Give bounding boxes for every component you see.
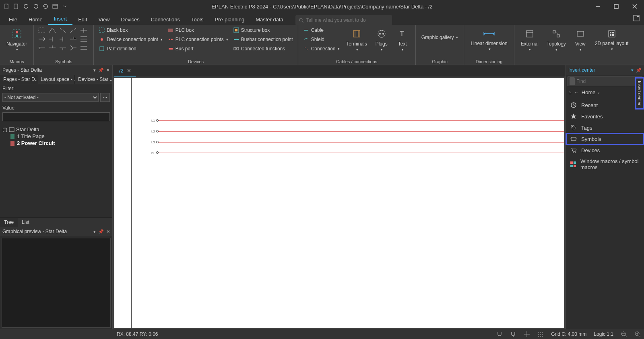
ic-pin-icon[interactable]: 📌	[636, 68, 642, 73]
symbol-btn[interactable]	[59, 27, 66, 34]
symbol-btn[interactable]	[59, 44, 66, 52]
view-button[interactable]: View▾	[572, 27, 589, 52]
insert-center-item-favorites[interactable]: Favorites	[566, 111, 644, 122]
symbol-btn[interactable]	[69, 44, 76, 52]
text-button[interactable]: TText▾	[394, 27, 411, 52]
symbol-btn[interactable]	[80, 27, 87, 34]
tree-node-power-circuit[interactable]: 2 Power Circuit	[2, 140, 110, 147]
insert-center-item-devices[interactable]: Devices	[566, 145, 644, 156]
busbar-connpoint-button[interactable]: Busbar connection point	[232, 36, 294, 43]
filter-more-button[interactable]: ...	[100, 93, 110, 102]
sub-tab-devices[interactable]: Devices - Star ...	[75, 75, 112, 84]
grid-icon[interactable]	[537, 331, 544, 337]
panel-pin-icon[interactable]: 📌	[98, 68, 104, 73]
window-icon[interactable]	[52, 3, 59, 10]
new-icon[interactable]	[3, 3, 10, 10]
menu-edit[interactable]: Edit	[72, 14, 93, 25]
symbol-btn[interactable]	[80, 35, 87, 43]
external-button[interactable]: External▾	[518, 27, 541, 52]
value-input[interactable]	[2, 112, 110, 121]
minimize-button[interactable]	[588, 0, 607, 13]
symbol-btn[interactable]	[38, 27, 45, 34]
tree-root[interactable]: ▢Star Delta	[2, 126, 110, 133]
preview-dropdown-icon[interactable]: ▾	[93, 229, 96, 234]
insert-center-side-tab[interactable]: Insert center	[635, 77, 644, 110]
bus-port-button[interactable]: Bus port	[167, 45, 229, 52]
close-button[interactable]	[625, 0, 644, 13]
snap-icon[interactable]	[496, 331, 503, 337]
crosshair-icon[interactable]	[524, 331, 530, 337]
panel-dropdown-icon[interactable]: ▾	[93, 68, 96, 73]
symbol-btn[interactable]	[48, 44, 56, 52]
connected-functions-button[interactable]: Connected functions	[232, 45, 294, 52]
sub-tab-pages[interactable]: Pages - Star D...	[0, 75, 37, 84]
back-icon[interactable]: ←	[574, 89, 579, 95]
menu-file[interactable]: File	[3, 14, 23, 25]
symbol-btn[interactable]	[80, 44, 87, 52]
insert-center-item-window-macros-symbol-macros[interactable]: Window macros / symbol macros	[566, 156, 644, 173]
sub-tab-layout[interactable]: Layout space -...	[37, 75, 75, 84]
refresh-icon[interactable]	[42, 3, 49, 10]
open-icon[interactable]	[13, 3, 20, 10]
undo-icon[interactable]	[23, 3, 30, 10]
topology-button[interactable]: Topology▾	[544, 27, 568, 52]
graphic-gallery-button[interactable]: Graphic gallery▾	[420, 27, 460, 48]
plc-connpoints-button[interactable]: PLC connection points▾	[167, 36, 229, 43]
menu-masterdata[interactable]: Master data	[250, 14, 289, 25]
insert-center-item-symbols[interactable]: Symbols	[566, 133, 644, 145]
preview-pin-icon[interactable]: 📌	[98, 229, 104, 234]
menu-view[interactable]: View	[93, 14, 116, 25]
bottom-tab-list[interactable]: List	[18, 218, 33, 227]
home-icon[interactable]: ⌂	[568, 89, 572, 95]
symbol-btn[interactable]	[48, 27, 56, 34]
device-connpoint-button[interactable]: Device connection point▾	[98, 36, 163, 43]
shield-button[interactable]: Shield	[302, 36, 341, 43]
connection-button[interactable]: Connection▾	[302, 45, 341, 52]
linear-dimension-button[interactable]: Linear dimension▾	[468, 27, 510, 52]
tell-me-input[interactable]	[306, 17, 389, 23]
tell-me-search[interactable]	[295, 15, 392, 25]
plc-box-button[interactable]: PLC box	[167, 27, 229, 34]
symbol-btn[interactable]	[59, 35, 66, 43]
redo-icon[interactable]	[32, 3, 39, 10]
menu-tools[interactable]: Tools	[186, 14, 209, 25]
insert-center-item-recent[interactable]: Recent	[566, 99, 644, 111]
symbol-btn[interactable]	[48, 35, 56, 43]
qat-more-icon[interactable]	[61, 3, 68, 10]
part-definition-button[interactable]: Part definition	[98, 45, 163, 52]
document-tab[interactable]: /2 ✕	[114, 66, 136, 76]
panel-layout-button[interactable]: 2D panel layout▾	[592, 27, 631, 52]
app-options-icon[interactable]	[633, 14, 640, 22]
zoom-in-icon[interactable]	[634, 331, 641, 337]
cable-button[interactable]: Cable	[302, 27, 341, 34]
navigator-button[interactable]: Navigator▾	[4, 27, 29, 52]
preview-close-icon[interactable]: ✕	[106, 229, 110, 234]
menu-connections[interactable]: Connections	[145, 14, 186, 25]
menu-insert[interactable]: Insert	[48, 13, 73, 25]
insert-center-search[interactable]	[568, 76, 642, 86]
tab-close-icon[interactable]: ✕	[127, 68, 131, 74]
symbol-btn[interactable]	[38, 44, 45, 52]
symbol-btn[interactable]	[69, 35, 76, 43]
snap2-icon[interactable]	[510, 331, 516, 337]
panel-close-icon[interactable]: ✕	[106, 68, 110, 73]
insert-center-item-tags[interactable]: Tags	[566, 122, 644, 133]
black-box-button[interactable]: Black box	[98, 27, 163, 34]
plugs-button[interactable]: Plugs▾	[373, 27, 390, 52]
zoom-out-icon[interactable]	[621, 331, 627, 337]
terminals-button[interactable]: Terminals▾	[344, 27, 369, 52]
search-mode-icon[interactable]	[570, 77, 575, 85]
bottom-tab-tree[interactable]: Tree	[0, 218, 18, 227]
filter-select[interactable]: - Not activated -	[2, 93, 99, 102]
tree-node-title-page[interactable]: 1 Title Page	[2, 133, 110, 140]
menu-preplanning[interactable]: Pre-planning	[209, 14, 250, 25]
ic-dropdown-icon[interactable]: ▾	[631, 68, 634, 73]
symbol-btn[interactable]	[38, 35, 45, 43]
menu-devices[interactable]: Devices	[116, 14, 145, 25]
symbol-btn[interactable]	[69, 27, 76, 34]
menu-home[interactable]: Home	[23, 14, 48, 25]
find-input[interactable]	[576, 79, 637, 84]
maximize-button[interactable]	[607, 0, 625, 13]
drawing-canvas[interactable]: L1L2L3N	[114, 78, 564, 328]
structure-box-button[interactable]: Structure box	[232, 27, 294, 34]
